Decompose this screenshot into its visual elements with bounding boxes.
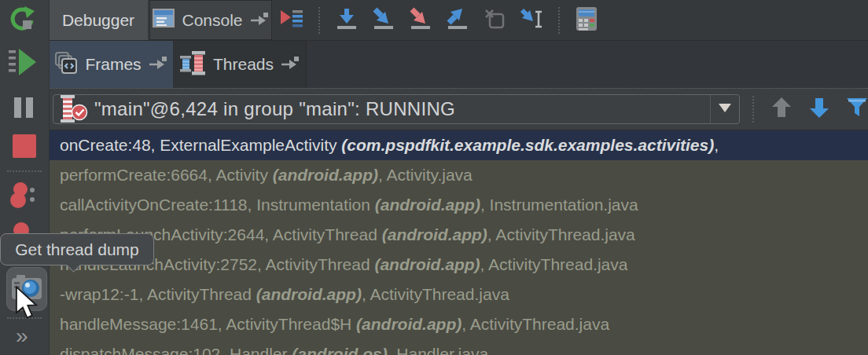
debugger-header: Debugger Console bbox=[49, 0, 868, 41]
frame-method: dispatchMessage:102, Handler bbox=[60, 345, 292, 355]
jump-to-icon bbox=[281, 55, 300, 74]
jump-to-icon bbox=[250, 11, 269, 30]
tooltip: Get thread dump bbox=[0, 233, 154, 265]
console-tab-label: Console bbox=[182, 11, 242, 30]
debugger-view-tabs: Frames bbox=[49, 41, 868, 89]
run-to-cursor-button[interactable] bbox=[520, 8, 543, 33]
view-breakpoints-icon bbox=[7, 181, 39, 214]
frame-row[interactable]: performLaunchActivity:2644, ActivityThre… bbox=[49, 220, 868, 250]
step-toolbar bbox=[272, 0, 598, 40]
show-execution-point-icon bbox=[280, 9, 303, 32]
mouse-pointer-icon bbox=[15, 286, 40, 325]
next-frame-button[interactable] bbox=[807, 97, 831, 122]
resume-button[interactable] bbox=[8, 47, 38, 80]
jump-to-icon bbox=[149, 55, 167, 74]
frame-row[interactable]: handleMessage:1461, ActivityThread$H (an… bbox=[49, 309, 868, 339]
thread-selector-row: "main"@6,424 in group "main": RUNNING bbox=[49, 89, 868, 130]
chevron-down-icon bbox=[717, 102, 733, 116]
frame-navigation-controls bbox=[751, 96, 868, 123]
frames-tab-label: Frames bbox=[85, 55, 141, 74]
frame-location: , ActivityThread.java bbox=[362, 285, 509, 303]
frame-location: , ActivityThread.java bbox=[480, 255, 628, 273]
frame-method: onCreate:48, ExternalExampleActivity bbox=[60, 136, 341, 154]
frames-icon bbox=[54, 51, 78, 79]
run-to-cursor-icon bbox=[520, 7, 543, 34]
frame-method: callActivityOnCreate:1118, Instrumentati… bbox=[60, 196, 375, 214]
pause-button[interactable] bbox=[13, 96, 35, 123]
frames-list: onCreate:48, ExternalExampleActivity (co… bbox=[49, 130, 868, 355]
thread-running-icon bbox=[58, 94, 88, 124]
rerun-icon bbox=[8, 5, 36, 37]
frame-package: (android.app) bbox=[273, 166, 378, 184]
step-over-icon bbox=[335, 7, 359, 34]
thread-selector-dropdown-button[interactable] bbox=[710, 95, 739, 123]
frame-package: (com.pspdfkit.example.sdk.examples.activ… bbox=[341, 136, 714, 154]
frame-method: performCreate:6664, Activity bbox=[60, 166, 273, 184]
frame-method: -wrap12:-1, ActivityThread bbox=[60, 285, 256, 303]
tooltip-text: Get thread dump bbox=[15, 240, 139, 259]
frame-location: , bbox=[714, 136, 719, 154]
step-into-icon bbox=[372, 7, 395, 34]
toolbar-separator bbox=[558, 7, 560, 34]
frame-location: , Activity.java bbox=[378, 166, 473, 184]
tab-frames[interactable]: Frames bbox=[49, 41, 173, 88]
tab-debugger[interactable]: Debugger bbox=[49, 0, 148, 40]
threads-icon bbox=[179, 49, 206, 81]
down-arrow-icon bbox=[808, 96, 830, 123]
frame-row[interactable]: performCreate:6664, Activity (android.ap… bbox=[49, 160, 868, 190]
filter-icon bbox=[845, 97, 868, 122]
frame-row[interactable]: onCreate:48, ExternalExampleActivity (co… bbox=[49, 130, 868, 160]
force-step-into-icon bbox=[409, 7, 432, 34]
frame-package: (android.app) bbox=[356, 315, 462, 333]
evaluate-expression-icon bbox=[575, 6, 598, 35]
thread-selector[interactable]: "main"@6,424 in group "main": RUNNING bbox=[53, 94, 740, 124]
tab-console[interactable]: Console bbox=[149, 0, 272, 40]
step-into-button[interactable] bbox=[372, 8, 395, 33]
frame-package: (android.app) bbox=[374, 255, 480, 273]
toolbar-separator bbox=[7, 170, 42, 172]
frame-package: (android.app) bbox=[256, 285, 362, 303]
pause-icon bbox=[13, 96, 35, 123]
console-icon bbox=[153, 8, 175, 32]
up-arrow-icon bbox=[771, 96, 793, 123]
drop-frame-icon bbox=[483, 7, 506, 34]
frame-location: , Instrumentation.java bbox=[480, 196, 638, 214]
frame-location: , Handler.java bbox=[388, 345, 488, 355]
stop-icon bbox=[12, 134, 37, 162]
tab-threads[interactable]: Threads bbox=[173, 41, 307, 88]
show-execution-point-button[interactable] bbox=[280, 8, 303, 33]
hide-library-frames-button[interactable] bbox=[845, 97, 868, 122]
frame-row[interactable]: callActivityOnCreate:1118, Instrumentati… bbox=[49, 190, 868, 220]
frame-row[interactable]: dispatchMessage:102, Handler (android.os… bbox=[49, 339, 868, 355]
toolbar-separator bbox=[752, 96, 754, 123]
force-step-into-button[interactable] bbox=[409, 8, 432, 33]
previous-frame-button[interactable] bbox=[770, 97, 793, 122]
step-out-icon bbox=[446, 7, 469, 34]
drop-frame-button[interactable] bbox=[483, 8, 506, 33]
evaluate-expression-button[interactable] bbox=[575, 8, 598, 33]
more-button[interactable]: » bbox=[16, 324, 27, 349]
stop-button[interactable] bbox=[12, 134, 37, 162]
debugger-tab-label: Debugger bbox=[62, 11, 134, 30]
frame-method: handleMessage:1461, ActivityThread$H bbox=[60, 315, 356, 333]
thread-selector-value: "main"@6,424 in group "main": RUNNING bbox=[88, 98, 710, 120]
resume-icon bbox=[8, 47, 38, 80]
frame-row[interactable]: handleLaunchActivity:2752, ActivityThrea… bbox=[49, 250, 868, 280]
frame-location: , ActivityThread.java bbox=[487, 225, 635, 243]
frame-package: (android.app) bbox=[375, 196, 480, 214]
frame-row[interactable]: -wrap12:-1, ActivityThread (android.app)… bbox=[49, 280, 868, 309]
frame-package: (android.app) bbox=[382, 225, 487, 243]
rerun-button[interactable] bbox=[8, 5, 36, 37]
frame-location: , ActivityThread.java bbox=[462, 315, 609, 333]
toolbar-separator bbox=[318, 7, 320, 34]
threads-tab-label: Threads bbox=[213, 55, 274, 74]
frame-package: (android.os) bbox=[292, 345, 387, 355]
debugger-panel: » Debugger Console bbox=[0, 0, 868, 355]
step-over-button[interactable] bbox=[335, 8, 359, 33]
view-breakpoints-button[interactable] bbox=[7, 181, 39, 214]
step-out-button[interactable] bbox=[446, 8, 469, 33]
